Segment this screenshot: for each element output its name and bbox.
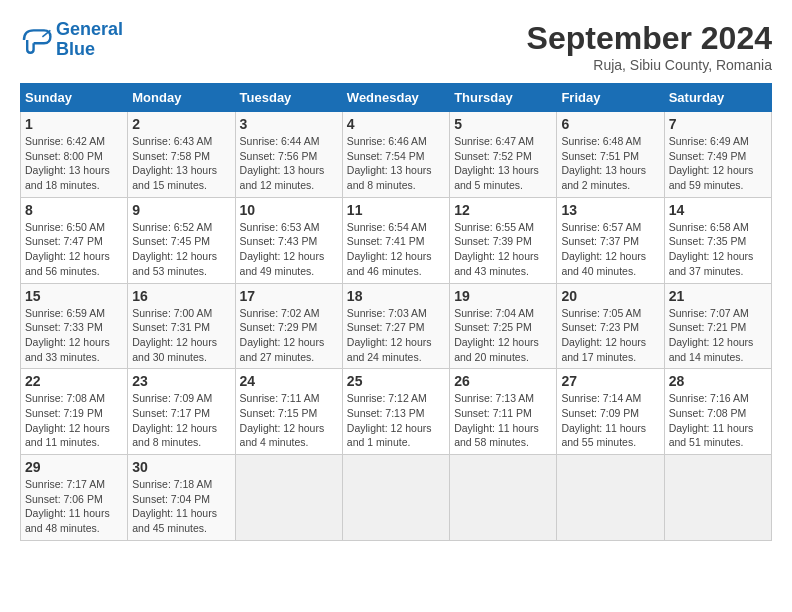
calendar-cell: 26 Sunrise: 7:13 AM Sunset: 7:11 PM Dayl… — [450, 369, 557, 455]
weekday-header-monday: Monday — [128, 84, 235, 112]
calendar-cell — [342, 455, 449, 541]
weekday-header-friday: Friday — [557, 84, 664, 112]
title-block: September 2024 Ruja, Sibiu County, Roman… — [527, 20, 772, 73]
calendar-cell: 1 Sunrise: 6:42 AM Sunset: 8:00 PM Dayli… — [21, 112, 128, 198]
location: Ruja, Sibiu County, Romania — [527, 57, 772, 73]
day-info: Sunrise: 7:05 AM Sunset: 7:23 PM Dayligh… — [561, 306, 659, 365]
day-info: Sunrise: 7:07 AM Sunset: 7:21 PM Dayligh… — [669, 306, 767, 365]
calendar-body: 1 Sunrise: 6:42 AM Sunset: 8:00 PM Dayli… — [21, 112, 772, 541]
calendar-week-4: 22 Sunrise: 7:08 AM Sunset: 7:19 PM Dayl… — [21, 369, 772, 455]
logo: General Blue — [20, 20, 123, 60]
day-number: 7 — [669, 116, 767, 132]
logo-general: General — [56, 19, 123, 39]
day-info: Sunrise: 7:03 AM Sunset: 7:27 PM Dayligh… — [347, 306, 445, 365]
day-info: Sunrise: 7:09 AM Sunset: 7:17 PM Dayligh… — [132, 391, 230, 450]
calendar-week-1: 1 Sunrise: 6:42 AM Sunset: 8:00 PM Dayli… — [21, 112, 772, 198]
day-number: 25 — [347, 373, 445, 389]
calendar-cell: 14 Sunrise: 6:58 AM Sunset: 7:35 PM Dayl… — [664, 197, 771, 283]
calendar-cell: 29 Sunrise: 7:17 AM Sunset: 7:06 PM Dayl… — [21, 455, 128, 541]
calendar-cell — [450, 455, 557, 541]
calendar-cell: 18 Sunrise: 7:03 AM Sunset: 7:27 PM Dayl… — [342, 283, 449, 369]
day-number: 18 — [347, 288, 445, 304]
calendar-cell: 4 Sunrise: 6:46 AM Sunset: 7:54 PM Dayli… — [342, 112, 449, 198]
day-info: Sunrise: 7:18 AM Sunset: 7:04 PM Dayligh… — [132, 477, 230, 536]
day-number: 10 — [240, 202, 338, 218]
day-info: Sunrise: 7:04 AM Sunset: 7:25 PM Dayligh… — [454, 306, 552, 365]
calendar-cell: 27 Sunrise: 7:14 AM Sunset: 7:09 PM Dayl… — [557, 369, 664, 455]
day-number: 28 — [669, 373, 767, 389]
day-info: Sunrise: 7:17 AM Sunset: 7:06 PM Dayligh… — [25, 477, 123, 536]
day-info: Sunrise: 7:08 AM Sunset: 7:19 PM Dayligh… — [25, 391, 123, 450]
day-info: Sunrise: 6:47 AM Sunset: 7:52 PM Dayligh… — [454, 134, 552, 193]
calendar-cell: 21 Sunrise: 7:07 AM Sunset: 7:21 PM Dayl… — [664, 283, 771, 369]
calendar-cell: 13 Sunrise: 6:57 AM Sunset: 7:37 PM Dayl… — [557, 197, 664, 283]
day-info: Sunrise: 6:50 AM Sunset: 7:47 PM Dayligh… — [25, 220, 123, 279]
day-info: Sunrise: 6:48 AM Sunset: 7:51 PM Dayligh… — [561, 134, 659, 193]
day-number: 29 — [25, 459, 123, 475]
day-number: 26 — [454, 373, 552, 389]
calendar-cell: 2 Sunrise: 6:43 AM Sunset: 7:58 PM Dayli… — [128, 112, 235, 198]
calendar-cell: 19 Sunrise: 7:04 AM Sunset: 7:25 PM Dayl… — [450, 283, 557, 369]
calendar-cell: 17 Sunrise: 7:02 AM Sunset: 7:29 PM Dayl… — [235, 283, 342, 369]
day-info: Sunrise: 7:12 AM Sunset: 7:13 PM Dayligh… — [347, 391, 445, 450]
day-number: 11 — [347, 202, 445, 218]
day-info: Sunrise: 6:52 AM Sunset: 7:45 PM Dayligh… — [132, 220, 230, 279]
day-info: Sunrise: 7:14 AM Sunset: 7:09 PM Dayligh… — [561, 391, 659, 450]
day-number: 20 — [561, 288, 659, 304]
calendar-cell: 30 Sunrise: 7:18 AM Sunset: 7:04 PM Dayl… — [128, 455, 235, 541]
calendar-cell — [235, 455, 342, 541]
weekday-header-thursday: Thursday — [450, 84, 557, 112]
calendar-cell — [664, 455, 771, 541]
day-number: 24 — [240, 373, 338, 389]
day-number: 6 — [561, 116, 659, 132]
day-number: 22 — [25, 373, 123, 389]
day-info: Sunrise: 6:49 AM Sunset: 7:49 PM Dayligh… — [669, 134, 767, 193]
calendar-week-5: 29 Sunrise: 7:17 AM Sunset: 7:06 PM Dayl… — [21, 455, 772, 541]
calendar-cell: 3 Sunrise: 6:44 AM Sunset: 7:56 PM Dayli… — [235, 112, 342, 198]
day-number: 21 — [669, 288, 767, 304]
calendar-cell: 7 Sunrise: 6:49 AM Sunset: 7:49 PM Dayli… — [664, 112, 771, 198]
calendar-cell: 28 Sunrise: 7:16 AM Sunset: 7:08 PM Dayl… — [664, 369, 771, 455]
day-number: 8 — [25, 202, 123, 218]
day-number: 2 — [132, 116, 230, 132]
day-info: Sunrise: 6:54 AM Sunset: 7:41 PM Dayligh… — [347, 220, 445, 279]
day-number: 12 — [454, 202, 552, 218]
weekday-row: SundayMondayTuesdayWednesdayThursdayFrid… — [21, 84, 772, 112]
day-number: 30 — [132, 459, 230, 475]
calendar-cell: 8 Sunrise: 6:50 AM Sunset: 7:47 PM Dayli… — [21, 197, 128, 283]
calendar-cell: 22 Sunrise: 7:08 AM Sunset: 7:19 PM Dayl… — [21, 369, 128, 455]
calendar-cell: 15 Sunrise: 6:59 AM Sunset: 7:33 PM Dayl… — [21, 283, 128, 369]
day-info: Sunrise: 7:00 AM Sunset: 7:31 PM Dayligh… — [132, 306, 230, 365]
weekday-header-sunday: Sunday — [21, 84, 128, 112]
day-number: 1 — [25, 116, 123, 132]
calendar-table: SundayMondayTuesdayWednesdayThursdayFrid… — [20, 83, 772, 541]
calendar-cell: 9 Sunrise: 6:52 AM Sunset: 7:45 PM Dayli… — [128, 197, 235, 283]
calendar-cell: 5 Sunrise: 6:47 AM Sunset: 7:52 PM Dayli… — [450, 112, 557, 198]
day-number: 4 — [347, 116, 445, 132]
calendar-cell: 10 Sunrise: 6:53 AM Sunset: 7:43 PM Dayl… — [235, 197, 342, 283]
day-info: Sunrise: 6:46 AM Sunset: 7:54 PM Dayligh… — [347, 134, 445, 193]
weekday-header-wednesday: Wednesday — [342, 84, 449, 112]
day-info: Sunrise: 6:44 AM Sunset: 7:56 PM Dayligh… — [240, 134, 338, 193]
calendar-week-3: 15 Sunrise: 6:59 AM Sunset: 7:33 PM Dayl… — [21, 283, 772, 369]
calendar-cell: 11 Sunrise: 6:54 AM Sunset: 7:41 PM Dayl… — [342, 197, 449, 283]
calendar-cell: 20 Sunrise: 7:05 AM Sunset: 7:23 PM Dayl… — [557, 283, 664, 369]
day-number: 15 — [25, 288, 123, 304]
weekday-header-tuesday: Tuesday — [235, 84, 342, 112]
day-number: 14 — [669, 202, 767, 218]
day-info: Sunrise: 7:13 AM Sunset: 7:11 PM Dayligh… — [454, 391, 552, 450]
day-info: Sunrise: 7:16 AM Sunset: 7:08 PM Dayligh… — [669, 391, 767, 450]
day-info: Sunrise: 6:59 AM Sunset: 7:33 PM Dayligh… — [25, 306, 123, 365]
calendar-cell: 23 Sunrise: 7:09 AM Sunset: 7:17 PM Dayl… — [128, 369, 235, 455]
day-number: 17 — [240, 288, 338, 304]
logo-icon — [20, 24, 52, 56]
calendar-cell: 24 Sunrise: 7:11 AM Sunset: 7:15 PM Dayl… — [235, 369, 342, 455]
day-info: Sunrise: 6:53 AM Sunset: 7:43 PM Dayligh… — [240, 220, 338, 279]
calendar-header: SundayMondayTuesdayWednesdayThursdayFrid… — [21, 84, 772, 112]
day-number: 9 — [132, 202, 230, 218]
day-info: Sunrise: 6:57 AM Sunset: 7:37 PM Dayligh… — [561, 220, 659, 279]
day-info: Sunrise: 7:11 AM Sunset: 7:15 PM Dayligh… — [240, 391, 338, 450]
day-number: 3 — [240, 116, 338, 132]
day-info: Sunrise: 7:02 AM Sunset: 7:29 PM Dayligh… — [240, 306, 338, 365]
calendar-cell: 16 Sunrise: 7:00 AM Sunset: 7:31 PM Dayl… — [128, 283, 235, 369]
